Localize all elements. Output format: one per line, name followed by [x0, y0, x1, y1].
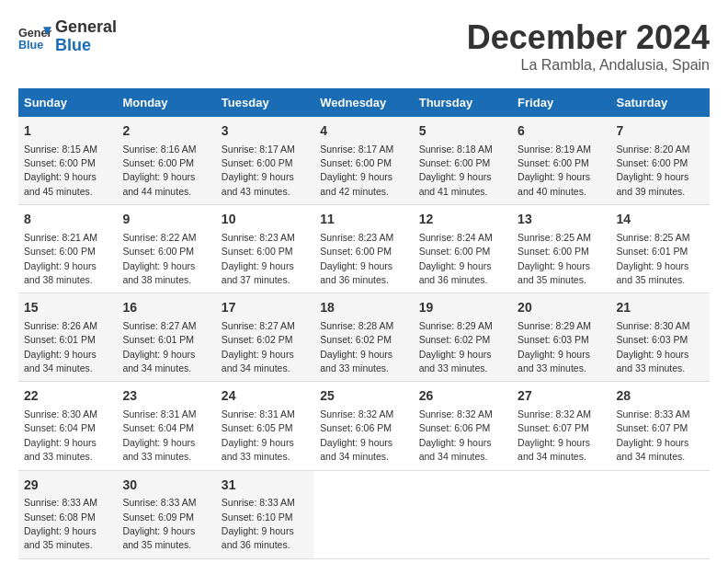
sunset-info: Sunset: 6:00 PM — [222, 157, 293, 168]
sunset-info: Sunset: 6:01 PM — [617, 246, 688, 257]
calendar-cell: 3 Sunrise: 8:17 AM Sunset: 6:00 PM Dayli… — [216, 117, 314, 205]
sunrise-info: Sunrise: 8:18 AM — [419, 144, 493, 155]
day-number: 28 — [617, 387, 704, 406]
day-number: 18 — [320, 299, 407, 317]
sunrise-info: Sunrise: 8:27 AM — [122, 320, 196, 331]
sunrise-info: Sunrise: 8:32 AM — [518, 408, 591, 419]
calendar-cell: 11 Sunrise: 8:23 AM Sunset: 6:00 PM Dayl… — [314, 205, 413, 293]
day-number: 20 — [518, 299, 605, 317]
calendar-week-row: 15 Sunrise: 8:26 AM Sunset: 6:01 PM Dayl… — [18, 293, 710, 382]
sunrise-info: Sunrise: 8:22 AM — [122, 232, 196, 243]
calendar-week-row: 22 Sunrise: 8:30 AM Sunset: 6:04 PM Dayl… — [18, 382, 710, 470]
day-number: 9 — [122, 211, 210, 229]
sunset-info: Sunset: 6:00 PM — [617, 157, 688, 168]
day-number: 14 — [617, 211, 704, 229]
sunset-info: Sunset: 6:03 PM — [617, 334, 688, 345]
calendar-table: SundayMondayTuesdayWednesdayThursdayFrid… — [18, 88, 710, 559]
sunset-info: Sunset: 6:02 PM — [419, 334, 491, 345]
calendar-cell: 21 Sunrise: 8:30 AM Sunset: 6:03 PM Dayl… — [611, 293, 710, 382]
sunrise-info: Sunrise: 8:29 AM — [419, 320, 493, 331]
col-header-monday: Monday — [117, 88, 215, 117]
sunset-info: Sunset: 6:04 PM — [122, 422, 194, 433]
sunrise-info: Sunrise: 8:28 AM — [320, 320, 393, 331]
daylight-info: Daylight: 9 hours and 38 minutes. — [24, 260, 97, 285]
sunset-info: Sunset: 6:10 PM — [222, 511, 293, 523]
sunrise-info: Sunrise: 8:17 AM — [320, 144, 393, 155]
daylight-info: Daylight: 9 hours and 36 minutes. — [222, 525, 294, 550]
sunset-info: Sunset: 6:04 PM — [24, 422, 96, 433]
daylight-info: Daylight: 9 hours and 38 minutes. — [122, 260, 195, 285]
calendar-cell: 30 Sunrise: 8:33 AM Sunset: 6:09 PM Dayl… — [117, 470, 215, 558]
daylight-info: Daylight: 9 hours and 34 minutes. — [617, 437, 689, 462]
calendar-cell — [414, 470, 512, 558]
sunrise-info: Sunrise: 8:33 AM — [24, 497, 97, 508]
sunrise-info: Sunrise: 8:26 AM — [24, 320, 97, 331]
daylight-info: Daylight: 9 hours and 34 minutes. — [122, 349, 195, 373]
month-title: December 2024 — [467, 18, 710, 57]
daylight-info: Daylight: 9 hours and 36 minutes. — [419, 260, 492, 285]
sunrise-info: Sunrise: 8:32 AM — [320, 408, 393, 419]
col-header-friday: Friday — [512, 88, 610, 117]
calendar-cell — [611, 470, 710, 558]
col-header-wednesday: Wednesday — [314, 88, 413, 117]
calendar-cell: 6 Sunrise: 8:19 AM Sunset: 6:00 PM Dayli… — [512, 117, 610, 205]
day-number: 21 — [617, 299, 704, 317]
day-number: 8 — [24, 211, 111, 229]
calendar-cell: 10 Sunrise: 8:23 AM Sunset: 6:00 PM Dayl… — [216, 205, 314, 293]
calendar-cell: 25 Sunrise: 8:32 AM Sunset: 6:06 PM Dayl… — [314, 382, 413, 470]
calendar-cell: 20 Sunrise: 8:29 AM Sunset: 6:03 PM Dayl… — [512, 293, 610, 382]
calendar-cell: 1 Sunrise: 8:15 AM Sunset: 6:00 PM Dayli… — [18, 117, 117, 205]
calendar-cell: 12 Sunrise: 8:24 AM Sunset: 6:00 PM Dayl… — [414, 205, 512, 293]
sunrise-info: Sunrise: 8:30 AM — [24, 408, 97, 419]
daylight-info: Daylight: 9 hours and 35 minutes. — [122, 525, 195, 550]
daylight-info: Daylight: 9 hours and 34 minutes. — [24, 349, 97, 373]
day-number: 25 — [320, 387, 407, 406]
col-header-saturday: Saturday — [611, 88, 710, 117]
calendar-cell: 8 Sunrise: 8:21 AM Sunset: 6:00 PM Dayli… — [18, 205, 117, 293]
sunset-info: Sunset: 6:00 PM — [122, 157, 194, 168]
day-number: 23 — [122, 387, 210, 406]
daylight-info: Daylight: 9 hours and 33 minutes. — [320, 349, 392, 373]
sunset-info: Sunset: 6:01 PM — [122, 334, 194, 345]
logo-line2: Blue — [55, 37, 117, 55]
sunset-info: Sunset: 6:00 PM — [320, 246, 392, 257]
daylight-info: Daylight: 9 hours and 33 minutes. — [222, 437, 294, 462]
sunset-info: Sunset: 6:00 PM — [419, 246, 491, 257]
col-header-thursday: Thursday — [414, 88, 512, 117]
day-number: 5 — [419, 122, 506, 141]
calendar-cell: 17 Sunrise: 8:27 AM Sunset: 6:02 PM Dayl… — [216, 293, 314, 382]
day-number: 4 — [320, 122, 407, 141]
sunrise-info: Sunrise: 8:15 AM — [24, 144, 97, 155]
calendar-week-row: 29 Sunrise: 8:33 AM Sunset: 6:08 PM Dayl… — [18, 470, 710, 558]
sunset-info: Sunset: 6:00 PM — [222, 246, 293, 257]
daylight-info: Daylight: 9 hours and 39 minutes. — [617, 171, 689, 196]
daylight-info: Daylight: 9 hours and 34 minutes. — [518, 437, 590, 462]
sunrise-info: Sunrise: 8:24 AM — [419, 232, 493, 243]
page-header: General Blue General Blue December 2024 … — [18, 18, 710, 74]
sunset-info: Sunset: 6:00 PM — [320, 157, 392, 168]
calendar-cell: 5 Sunrise: 8:18 AM Sunset: 6:00 PM Dayli… — [414, 117, 512, 205]
day-number: 6 — [518, 122, 605, 141]
day-number: 31 — [222, 477, 309, 495]
daylight-info: Daylight: 9 hours and 34 minutes. — [320, 437, 392, 462]
sunrise-info: Sunrise: 8:33 AM — [617, 408, 690, 419]
daylight-info: Daylight: 9 hours and 33 minutes. — [617, 349, 689, 373]
day-number: 15 — [24, 299, 111, 317]
daylight-info: Daylight: 9 hours and 33 minutes. — [24, 437, 97, 462]
sunrise-info: Sunrise: 8:33 AM — [122, 497, 196, 508]
sunrise-info: Sunrise: 8:23 AM — [320, 232, 393, 243]
sunset-info: Sunset: 6:02 PM — [320, 334, 392, 345]
daylight-info: Daylight: 9 hours and 33 minutes. — [419, 349, 492, 373]
sunset-info: Sunset: 6:02 PM — [222, 334, 293, 345]
day-number: 3 — [222, 122, 309, 141]
daylight-info: Daylight: 9 hours and 41 minutes. — [419, 171, 492, 196]
daylight-info: Daylight: 9 hours and 37 minutes. — [222, 260, 294, 285]
title-area: December 2024 La Rambla, Andalusia, Spai… — [467, 18, 710, 74]
sunset-info: Sunset: 6:07 PM — [617, 422, 688, 433]
calendar-cell: 7 Sunrise: 8:20 AM Sunset: 6:00 PM Dayli… — [611, 117, 710, 205]
sunset-info: Sunset: 6:00 PM — [24, 157, 96, 168]
calendar-cell: 23 Sunrise: 8:31 AM Sunset: 6:04 PM Dayl… — [117, 382, 215, 470]
day-number: 29 — [24, 477, 111, 495]
svg-text:Blue: Blue — [18, 38, 43, 51]
sunrise-info: Sunrise: 8:21 AM — [24, 232, 97, 243]
